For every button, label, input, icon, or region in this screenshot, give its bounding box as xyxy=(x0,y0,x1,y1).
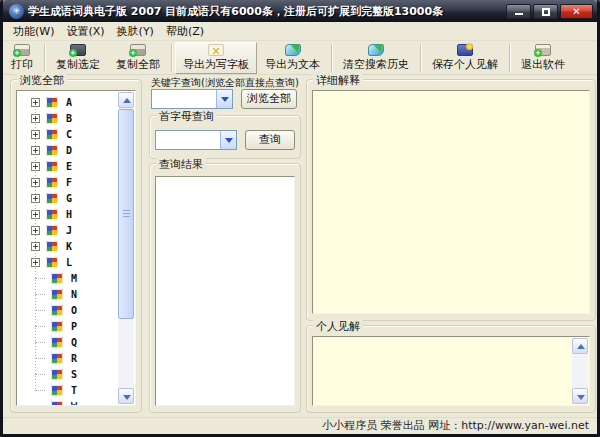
save-notes-button[interactable]: 保存个人见解 xyxy=(424,42,506,74)
tree-item-k[interactable]: K xyxy=(19,238,117,254)
window-title: 学生成语词典电子版 2007 目前成语只有6000条，注册后可扩展到完整版130… xyxy=(28,4,502,19)
export-text-button[interactable]: 导出为文本 xyxy=(257,42,328,74)
tree-item-g[interactable]: G xyxy=(19,190,117,206)
tree-connector xyxy=(35,326,45,327)
notes-groupbox: 个人见解 xyxy=(306,325,596,413)
browse-all-button[interactable]: 浏览全部 xyxy=(241,89,297,109)
print-button[interactable]: 打印 xyxy=(3,42,41,74)
tree-item-t[interactable]: T xyxy=(19,382,117,398)
letter-folder-icon xyxy=(51,321,63,332)
exit-icon xyxy=(535,44,551,56)
keyword-dropdown-button[interactable] xyxy=(216,90,232,108)
scroll-down-button[interactable] xyxy=(572,388,588,404)
tree-item-d[interactable]: D xyxy=(19,142,117,158)
keyword-combobox[interactable] xyxy=(151,89,233,109)
letter-folder-icon xyxy=(46,209,58,220)
copy-all-icon xyxy=(130,44,146,56)
scroll-down-button[interactable] xyxy=(118,388,134,404)
tree-item-o[interactable]: O xyxy=(19,302,117,318)
menu-settings[interactable]: 设置(X) xyxy=(60,22,110,41)
expand-icon[interactable] xyxy=(31,210,40,219)
chevron-up-icon xyxy=(123,98,131,103)
expand-icon[interactable] xyxy=(31,226,40,235)
tree-item-label: E xyxy=(66,161,72,172)
clear-history-button[interactable]: 清空搜索历史 xyxy=(335,42,417,74)
tree-item-r[interactable]: R xyxy=(19,350,117,366)
copy-selected-icon xyxy=(70,44,86,56)
query-button[interactable]: 查询 xyxy=(245,130,295,150)
menu-help[interactable]: 帮助(Z) xyxy=(160,22,210,41)
scroll-up-button[interactable] xyxy=(572,338,588,354)
letter-folder-icon xyxy=(51,305,63,316)
close-button[interactable]: ✕ xyxy=(560,4,593,19)
expand-icon[interactable] xyxy=(31,114,40,123)
tree-item-c[interactable]: C xyxy=(19,126,117,142)
expand-icon[interactable] xyxy=(31,194,40,203)
exit-button[interactable]: 退出软件 xyxy=(513,42,573,74)
letter-tree[interactable]: A B C D E F G H J K L M N O P Q R xyxy=(16,90,136,406)
tree-connector xyxy=(35,310,45,311)
tree-item-label: P xyxy=(71,321,77,332)
clear-history-label: 清空搜索历史 xyxy=(343,57,409,72)
letter-folder-icon xyxy=(51,289,63,300)
tree-item-label: F xyxy=(66,177,72,188)
tree-item-b[interactable]: B xyxy=(19,110,117,126)
export-wordpad-button[interactable]: 导出为写字板 xyxy=(175,42,257,74)
detail-textarea[interactable] xyxy=(312,90,590,314)
tree-item-e[interactable]: E xyxy=(19,158,117,174)
chevron-up-icon xyxy=(577,344,585,349)
scrollbar-thumb[interactable] xyxy=(118,109,134,319)
tree-item-p[interactable]: P xyxy=(19,318,117,334)
letter-folder-icon xyxy=(46,113,58,124)
tree-item-q[interactable]: Q xyxy=(19,334,117,350)
tree-item-label: O xyxy=(71,305,77,316)
tree-scrollbar[interactable] xyxy=(118,92,134,404)
status-text: 小小程序员 荣誉出品 网址：http://www.yan-wei.net xyxy=(322,418,589,433)
expand-icon[interactable] xyxy=(31,98,40,107)
tree-item-a[interactable]: A xyxy=(19,94,117,110)
tree-item-j[interactable]: J xyxy=(19,222,117,238)
toolbar-separator xyxy=(420,44,421,72)
keyword-input[interactable] xyxy=(152,90,216,108)
notes-textarea[interactable] xyxy=(312,336,590,406)
initial-combobox[interactable] xyxy=(155,130,237,150)
tree-item-s[interactable]: S xyxy=(19,366,117,382)
expand-icon[interactable] xyxy=(31,146,40,155)
copy-all-button[interactable]: 复制全部 xyxy=(108,42,168,74)
letter-folder-icon xyxy=(46,145,58,156)
maximize-button[interactable] xyxy=(533,4,558,19)
clear-history-icon xyxy=(368,44,384,56)
notes-scrollbar[interactable] xyxy=(572,338,588,404)
save-notes-label: 保存个人见解 xyxy=(432,57,498,72)
maximize-icon xyxy=(542,8,550,16)
scroll-up-button[interactable] xyxy=(118,92,134,108)
tree-connector xyxy=(35,342,45,343)
expand-icon[interactable] xyxy=(31,162,40,171)
initial-input[interactable] xyxy=(156,131,220,149)
expand-icon[interactable] xyxy=(31,130,40,139)
tree-item-f[interactable]: F xyxy=(19,174,117,190)
tree-item-m[interactable]: M xyxy=(19,270,117,286)
tree-item-label: W xyxy=(71,401,77,407)
expand-icon[interactable] xyxy=(31,178,40,187)
tree-item-n[interactable]: N xyxy=(19,286,117,302)
expand-icon[interactable] xyxy=(31,242,40,251)
menu-skin[interactable]: 换肤(Y) xyxy=(111,22,160,41)
chevron-down-icon xyxy=(577,395,585,400)
minimize-button[interactable] xyxy=(506,4,531,19)
tree-item-label: S xyxy=(71,369,77,380)
tree-item-h[interactable]: H xyxy=(19,206,117,222)
copy-selected-button[interactable]: 复制选定 xyxy=(48,42,108,74)
menu-function[interactable]: 功能(W) xyxy=(7,22,60,41)
save-notes-icon xyxy=(457,44,473,56)
tree-item-label: B xyxy=(66,113,72,124)
close-icon: ✕ xyxy=(561,5,592,18)
export-text-icon xyxy=(285,44,301,56)
initial-dropdown-button[interactable] xyxy=(220,131,236,149)
results-title: 查询结果 xyxy=(156,157,206,172)
letter-folder-icon xyxy=(46,129,58,140)
tree-item-w[interactable]: W xyxy=(19,398,117,406)
results-list[interactable] xyxy=(155,176,295,406)
expand-icon[interactable] xyxy=(31,258,40,267)
tree-item-l[interactable]: L xyxy=(19,254,117,270)
